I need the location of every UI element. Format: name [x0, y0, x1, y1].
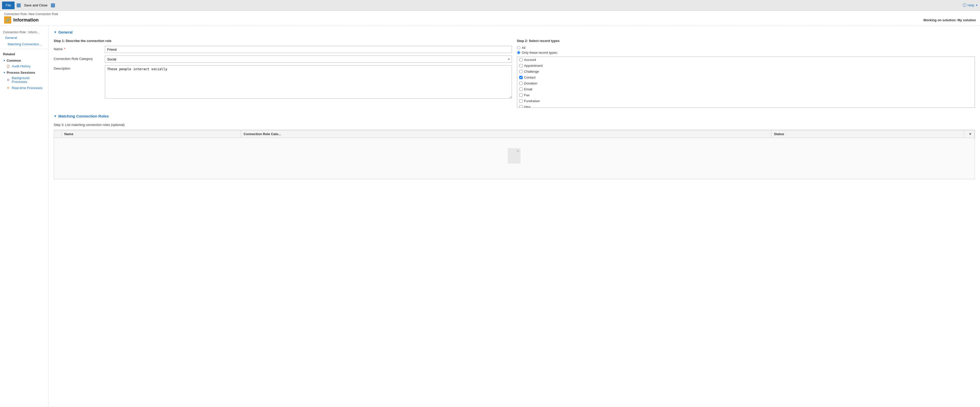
page-header: Connection Role: New Connection Role 🔗 I…	[0, 11, 980, 26]
sidebar-process-sessions-section: ▼ Process Sessions	[0, 69, 48, 75]
audit-history-icon: 📋	[6, 64, 10, 68]
page-title: Information	[13, 18, 39, 23]
record-type-email-label: Email	[524, 87, 533, 91]
table-filter-col: ▼	[964, 130, 975, 138]
table-filter-icon[interactable]: ▼	[969, 132, 972, 136]
help-button[interactable]: ⓘ Help ▼	[963, 3, 978, 8]
category-label: Connection Role Category	[54, 56, 105, 61]
matching-table-wrapper: Name Connection Role Cate... Status ▼	[54, 130, 975, 179]
record-type-fundraiser-label: Fundraiser	[524, 99, 540, 103]
general-section-header: ▼ General	[54, 30, 975, 36]
sidebar-related-label: Related	[0, 51, 48, 57]
real-time-processes-icon: ⚙	[6, 86, 10, 90]
record-type-email[interactable]: Email	[517, 86, 975, 92]
all-radio[interactable]	[517, 46, 520, 49]
real-time-processes-label: Real-time Processes	[12, 86, 43, 90]
matching-section: ▼ Matching Connection Roles Step 3: List…	[54, 114, 975, 179]
table-header-row: Name Connection Role Cate... Status ▼	[54, 130, 975, 138]
step2-title: Step 2: Select record types	[517, 39, 975, 43]
name-required-star: *	[64, 47, 65, 51]
empty-paper-icon	[508, 148, 520, 164]
save-close-label: Save and Close	[24, 3, 48, 7]
sidebar-common-label: Common	[6, 59, 21, 62]
help-label: Help	[967, 3, 974, 7]
general-section-title: General	[58, 30, 73, 34]
page-icon: 🔗	[4, 16, 11, 24]
general-toggle-icon[interactable]: ▼	[54, 30, 57, 34]
record-type-fax[interactable]: Fax	[517, 92, 975, 98]
audit-history-label: Audit History	[12, 64, 31, 68]
all-radio-label[interactable]: All	[522, 46, 525, 49]
record-type-appointment-label: Appointment	[524, 64, 543, 67]
general-two-col: Step 1: Describe the connection role Nam…	[54, 39, 975, 108]
sidebar-breadcrumb: Connection Role : Inform...	[0, 29, 48, 35]
step1-col: Step 1: Describe the connection role Nam…	[54, 39, 512, 108]
record-type-contact[interactable]: Contact	[517, 75, 975, 80]
sidebar-item-general[interactable]: General	[0, 35, 48, 41]
table-col-name: Name	[62, 130, 241, 138]
record-type-challenge-label: Challenge	[524, 70, 539, 73]
record-type-idea-checkbox[interactable]	[519, 105, 523, 108]
background-processes-label: Background Processes	[12, 76, 45, 84]
record-type-fax-label: Fax	[524, 93, 530, 97]
category-field-row: Connection Role Category Social Business…	[54, 56, 512, 63]
only-these-radio-label[interactable]: Only these record types:	[522, 51, 558, 54]
record-type-donation-checkbox[interactable]	[519, 81, 523, 85]
name-input[interactable]	[105, 46, 512, 53]
table-col-category: Connection Role Cate...	[241, 130, 771, 138]
matching-table: Name Connection Role Cate... Status ▼	[54, 130, 975, 179]
matching-toggle-icon[interactable]: ▼	[54, 115, 57, 118]
description-field-row: Description These people interact social…	[54, 65, 512, 99]
record-type-account-label: Account	[524, 58, 536, 62]
sidebar-item-audit-history[interactable]: 📋 Audit History	[0, 63, 48, 69]
solution-label: Working on solution: My solution	[923, 18, 976, 22]
only-these-radio[interactable]	[517, 51, 520, 54]
step1-title: Step 1: Describe the connection role	[54, 39, 512, 43]
record-types-list: Account Appointment Challenge Contact	[517, 57, 975, 108]
record-type-idea[interactable]: Idea	[517, 104, 975, 108]
sidebar-common-section: ▼ Common	[0, 57, 48, 63]
record-type-challenge[interactable]: Challenge	[517, 69, 975, 75]
save-icon	[17, 3, 21, 7]
file-button[interactable]: File	[2, 2, 14, 9]
description-label: Description	[54, 65, 105, 70]
name-field-row: Name *	[54, 46, 512, 53]
background-processes-icon: ⚙	[6, 78, 10, 82]
table-empty-cell	[54, 138, 975, 179]
record-type-idea-label: Idea	[524, 105, 531, 108]
record-type-appointment-checkbox[interactable]	[519, 64, 523, 67]
record-type-fundraiser[interactable]: Fundraiser	[517, 98, 975, 104]
empty-table-icon	[506, 148, 522, 166]
breadcrumb: Connection Role: New Connection Role	[4, 12, 976, 16]
save-close-button[interactable]: Save and Close	[22, 2, 50, 9]
extra-icon	[51, 3, 55, 7]
record-type-email-checkbox[interactable]	[519, 88, 523, 91]
sidebar-item-matching[interactable]: Matching Connection...	[0, 41, 48, 47]
sidebar-item-real-time-processes[interactable]: ⚙ Real-time Processes	[0, 85, 48, 91]
record-type-appointment[interactable]: Appointment	[517, 63, 975, 69]
record-type-account-checkbox[interactable]	[519, 58, 523, 61]
record-type-fax-checkbox[interactable]	[519, 93, 523, 97]
all-radio-row: All	[517, 46, 975, 49]
process-sessions-triangle-icon: ▼	[3, 71, 6, 74]
record-type-radio-group: All Only these record types:	[517, 46, 975, 54]
table-col-status: Status	[771, 130, 964, 138]
record-type-fundraiser-checkbox[interactable]	[519, 99, 523, 103]
record-type-contact-checkbox[interactable]	[519, 76, 523, 79]
table-body	[54, 138, 975, 179]
record-type-donation[interactable]: Donation	[517, 80, 975, 86]
step2-col: Step 2: Select record types All Only the…	[517, 39, 975, 108]
only-these-radio-row: Only these record types:	[517, 51, 975, 54]
category-select-wrapper: Social Business Family Other ▼	[105, 56, 512, 63]
sidebar: Connection Role : Inform... General Matc…	[0, 26, 49, 407]
content-area: ▼ General Step 1: Describe the connectio…	[49, 26, 980, 407]
common-triangle-icon: ▼	[3, 59, 6, 62]
category-select[interactable]: Social Business Family Other	[105, 56, 512, 63]
category-control: Social Business Family Other ▼	[105, 56, 512, 63]
sidebar-item-background-processes[interactable]: ⚙ Background Processes	[0, 75, 48, 85]
description-textarea[interactable]: These people interact socially	[105, 65, 512, 99]
record-type-account[interactable]: Account	[517, 57, 975, 63]
record-type-challenge-checkbox[interactable]	[519, 70, 523, 73]
matching-section-title: Matching Connection Roles	[58, 114, 109, 118]
name-label: Name *	[54, 46, 105, 51]
